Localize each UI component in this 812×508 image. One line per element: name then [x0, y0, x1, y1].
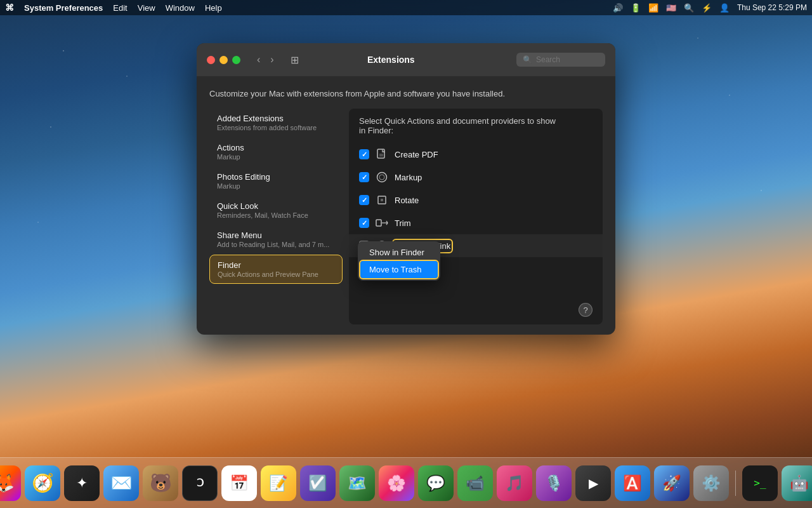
sidebar-item-subtitle: Add to Reading List, Mail, and 7 m... — [217, 241, 335, 248]
traffic-lights — [207, 56, 240, 64]
dock-app-messages[interactable]: 💬 — [418, 465, 454, 501]
datetime: Thu Sep 22 5:29 PM — [737, 3, 807, 12]
search-menubar-icon[interactable]: 🔍 — [684, 3, 694, 13]
user-icon[interactable]: 👤 — [719, 3, 730, 13]
help-button[interactable]: ? — [579, 303, 593, 317]
dock-app-safari[interactable]: 🧭 — [25, 465, 60, 501]
sidebar-item-subtitle: Markup — [217, 153, 335, 161]
ext-item-trim: ✓ Trim — [349, 211, 603, 234]
minimize-button[interactable] — [219, 56, 228, 64]
checkbox-create-pdf[interactable]: ✓ — [359, 149, 369, 159]
ext-item-create-pdf: ✓ Create PDF — [349, 143, 603, 166]
window-title: Extensions — [273, 55, 509, 65]
desktop: ⌘ System Preferences Edit View Window He… — [0, 0, 812, 508]
sidebar-item-quick-look[interactable]: Quick Look Reminders, Mail, Watch Face — [209, 196, 343, 224]
window-content: Customize your Mac with extensions from … — [197, 76, 615, 335]
sidebar-item-subtitle: Markup — [217, 182, 335, 190]
dock-app-mail[interactable]: ✉️ — [103, 465, 139, 501]
control-center-icon[interactable]: ⚡ — [702, 3, 712, 13]
menu-view[interactable]: View — [138, 3, 155, 13]
sidebar-item-title: Share Menu — [217, 231, 335, 240]
wifi-icon[interactable]: 📶 — [648, 3, 658, 13]
check-icon: ✓ — [362, 173, 367, 182]
ext-item-rotate: ✓ Rotate — [349, 189, 603, 211]
svg-rect-6 — [376, 220, 381, 226]
dock-app-calendar[interactable]: 📅 — [221, 465, 257, 501]
menubar: ⌘ System Preferences Edit View Window He… — [0, 0, 812, 15]
svg-rect-0 — [377, 149, 384, 158]
search-bar[interactable]: 🔍 — [516, 53, 605, 67]
dock-app-automator[interactable]: 🤖 — [782, 465, 812, 501]
dock-app-podcasts[interactable]: 🎙️ — [536, 465, 572, 501]
ext-name-trim: Trim — [395, 218, 411, 228]
dock-app-siri[interactable]: ✦ — [64, 465, 100, 501]
sidebar-item-subtitle: Reminders, Mail, Watch Face — [217, 211, 335, 219]
dock-app-firefox[interactable]: 🦊 — [0, 465, 21, 501]
ext-name-create-pdf: Create PDF — [395, 150, 438, 159]
check-icon: ✓ — [362, 150, 367, 159]
maximize-button[interactable] — [232, 56, 240, 64]
context-menu: Show in Finder Move to Trash — [358, 241, 440, 281]
content-body: Added Extensions Extensions from added s… — [209, 109, 603, 324]
dock-app-photos[interactable]: 🌸 — [379, 465, 414, 501]
main-panel: Select Quick Actions and document provid… — [349, 109, 603, 324]
volume-icon[interactable]: 🔊 — [613, 3, 623, 13]
dock-app-appletv[interactable]: ▶ — [575, 465, 611, 501]
menu-window[interactable]: Window — [166, 3, 195, 13]
sidebar-item-actions[interactable]: Actions Markup — [209, 138, 343, 166]
sidebar-item-added-extensions[interactable]: Added Extensions Extensions from added s… — [209, 109, 343, 137]
sidebar-item-title: Quick Look — [217, 201, 335, 211]
ext-item-markup: ✓ Markup — [349, 166, 603, 189]
dock: 🔍 🌐 🦊 🧭 ✦ ✉️ 🐻 Ↄ 📅 📝 ☑️ — [0, 457, 812, 508]
dock-app-facetime[interactable]: 📹 — [457, 465, 493, 501]
panel-header: Select Quick Actions and document provid… — [349, 116, 603, 143]
app-name[interactable]: System Preferences — [24, 3, 103, 13]
checkbox-trim[interactable]: ✓ — [359, 218, 369, 228]
back-button[interactable]: ‹ — [253, 53, 264, 67]
sidebar-item-photos-editing[interactable]: Photos Editing Markup — [209, 167, 343, 195]
menu-edit[interactable]: Edit — [113, 3, 127, 13]
sidebar-item-title: Photos Editing — [217, 172, 335, 182]
menu-help[interactable]: Help — [205, 3, 222, 13]
dock-app-launchpad[interactable]: 🚀 — [654, 465, 690, 501]
markup-icon — [376, 171, 388, 184]
check-icon: ✓ — [362, 219, 367, 227]
ext-name-rotate: Rotate — [395, 196, 419, 205]
sidebar-item-title: Actions — [217, 143, 335, 152]
dock-app-music[interactable]: 🎵 — [497, 465, 532, 501]
checkbox-rotate[interactable]: ✓ — [359, 195, 369, 205]
extensions-window: ‹ › ⊞ Extensions 🔍 Customize your Mac wi… — [197, 43, 615, 335]
context-menu-move-to-trash[interactable]: Move to Trash — [360, 261, 438, 278]
dock-app-terminal[interactable]: >_ — [742, 465, 778, 501]
battery-icon[interactable]: 🔋 — [631, 3, 641, 13]
rotate-icon — [376, 194, 388, 206]
search-icon: 🔍 — [523, 55, 532, 64]
pdf-icon — [376, 148, 388, 161]
close-button[interactable] — [207, 56, 215, 64]
svg-point-3 — [377, 173, 387, 182]
titlebar: ‹ › ⊞ Extensions 🔍 — [197, 43, 615, 76]
checkbox-markup[interactable]: ✓ — [359, 172, 369, 182]
sidebar-item-title: Finder — [218, 260, 334, 270]
dock-app-appstore[interactable]: 🅰️ — [615, 465, 650, 501]
svg-point-4 — [379, 175, 384, 180]
sidebar-item-share-menu[interactable]: Share Menu Add to Reading List, Mail, an… — [209, 225, 343, 253]
sidebar-item-subtitle: Quick Actions and Preview Pane — [218, 271, 334, 278]
check-icon: ✓ — [362, 196, 367, 204]
sidebar: Added Extensions Extensions from added s… — [209, 109, 343, 324]
dock-app-maps[interactable]: 🗺️ — [339, 465, 375, 501]
sidebar-item-finder[interactable]: Finder Quick Actions and Preview Pane — [209, 255, 343, 284]
dock-app-cursor[interactable]: Ↄ — [182, 465, 218, 501]
dock-app-notes[interactable]: 📝 — [261, 465, 296, 501]
dock-app-bear[interactable]: 🐻 — [143, 465, 178, 501]
apple-menu[interactable]: ⌘ — [5, 3, 14, 13]
dock-app-sysprefs[interactable]: ⚙️ — [693, 465, 729, 501]
language-icon[interactable]: 🇺🇸 — [666, 3, 676, 13]
search-input[interactable] — [536, 55, 593, 64]
sidebar-item-subtitle: Extensions from added software — [217, 124, 335, 131]
dock-app-tasks[interactable]: ☑️ — [300, 465, 336, 501]
sidebar-item-title: Added Extensions — [217, 114, 335, 123]
context-menu-show-in-finder[interactable]: Show in Finder — [360, 244, 438, 261]
window-subtitle: Customize your Mac with extensions from … — [209, 89, 603, 98]
ext-name-markup: Markup — [395, 173, 422, 182]
